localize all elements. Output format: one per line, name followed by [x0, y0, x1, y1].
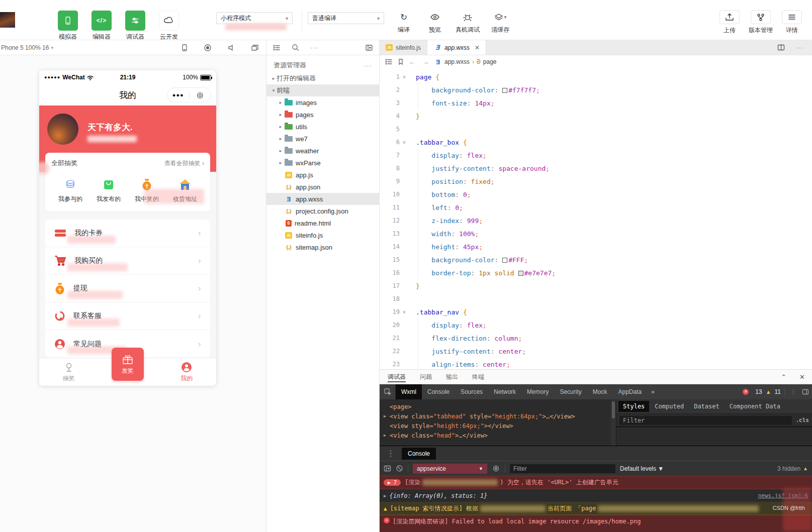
- refresh-action-button[interactable]: ↻ 编译: [393, 11, 414, 34]
- split-editor-icon[interactable]: [777, 44, 785, 51]
- color-swatch[interactable]: [502, 88, 507, 93]
- tab-person[interactable]: 我的: [157, 358, 216, 386]
- console-error-row[interactable]: ▶ 7[渲染) 为空，请先在 '<URL>' 上创建广告单元: [380, 476, 812, 489]
- devtools-tab-Network[interactable]: Network: [488, 384, 521, 399]
- fold-icon[interactable]: ∨: [400, 74, 409, 79]
- styles-tab-Styles[interactable]: Styles: [618, 401, 649, 412]
- devtools-tab-AppData[interactable]: AppData: [612, 384, 647, 399]
- console-error-row[interactable]: ✕ [渲染层网络层错误] Failed to load local image …: [380, 515, 812, 532]
- console-log-row[interactable]: ▶ {info: Array(0), status: 1} news.js? […: [380, 489, 812, 502]
- view-all-lottery-link[interactable]: 查看全部抽奖 ›: [164, 159, 204, 168]
- menu-row-3[interactable]: 联系客服 ›: [45, 302, 210, 330]
- devtools-tab-Wxml[interactable]: Wxml: [396, 384, 422, 399]
- scrollbar[interactable]: [611, 399, 616, 446]
- kebab-menu-icon[interactable]: ⋮: [788, 388, 798, 395]
- lottery-shortcut-pouch[interactable]: 我中奖的: [128, 176, 166, 203]
- branch-toolbar-button[interactable]: 版本管理: [749, 10, 773, 35]
- mute-icon[interactable]: [227, 44, 235, 52]
- compile-select[interactable]: 普通编译 ▾: [308, 12, 384, 24]
- source-link[interactable]: news.js? [sm]:6: [758, 492, 808, 499]
- tree-item-utils[interactable]: ▸ utils: [266, 121, 379, 133]
- execution-context-select[interactable]: appservice ▼: [413, 464, 487, 474]
- upload-toolbar-button[interactable]: 上传: [719, 10, 740, 35]
- breadcrumb[interactable]: Ǝ app.wxss › ᘒ page: [434, 58, 496, 66]
- forward-icon[interactable]: →: [422, 58, 429, 66]
- expand-arrow-icon[interactable]: ▶: [384, 493, 386, 498]
- devtools-tab-Security[interactable]: Security: [554, 384, 587, 399]
- tree-item-project.config.json[interactable]: {..}project.config.json: [266, 205, 379, 217]
- search-icon[interactable]: [292, 44, 299, 51]
- wxml-tree[interactable]: <page> ▶ <view class="tabhead" style="he…: [380, 399, 611, 446]
- more-menu-button[interactable]: ●●●: [167, 92, 189, 98]
- bookmark-icon[interactable]: [398, 58, 404, 65]
- error-count[interactable]: 13: [755, 388, 762, 395]
- code-editor[interactable]: 1 ∨ page { 2 background-color: #f7f7f7; …: [380, 68, 812, 369]
- color-swatch[interactable]: [518, 271, 523, 276]
- tree-item-siteinfo.js[interactable]: JSsiteinfo.js: [266, 229, 379, 241]
- close-icon[interactable]: ✕: [475, 44, 480, 51]
- tab-gift[interactable]: 发奖: [112, 348, 144, 381]
- menu-row-0[interactable]: 我的卡券 ›: [45, 220, 210, 247]
- record-icon[interactable]: [204, 44, 212, 52]
- wxml-node[interactable]: ▶ <view class="tabhead" style="height:64…: [384, 411, 610, 421]
- tree-item-weather[interactable]: ▸ weather: [266, 145, 379, 157]
- toggle-sliders-button[interactable]: 调试器: [122, 11, 149, 41]
- tree-item-we7[interactable]: ▸ we7: [266, 133, 379, 145]
- layers-action-button[interactable]: ▾ 清缓存: [490, 11, 511, 34]
- tree-item-wxParse[interactable]: ▸ wxParse: [266, 157, 379, 169]
- tab-pin[interactable]: 抽奖: [39, 358, 98, 386]
- drawer-tab-调试器[interactable]: 调试器: [388, 370, 406, 384]
- warning-count[interactable]: 11: [775, 388, 781, 395]
- wxml-node[interactable]: <page>: [384, 402, 610, 411]
- profile-avatar[interactable]: [47, 114, 78, 145]
- expand-arrow-icon[interactable]: ▶: [384, 433, 390, 438]
- inspect-element-icon[interactable]: [380, 384, 396, 399]
- close-minipro-button[interactable]: ◎: [190, 90, 211, 99]
- console-warning-row[interactable]: ▲[sitemap 索引情况提示] 根据当前页面 「page: [380, 502, 812, 515]
- explorer-more-button[interactable]: ···: [364, 62, 372, 69]
- drawer-tab-终端[interactable]: 终端: [472, 370, 484, 384]
- wxml-node[interactable]: ▶ <view class="head">…</view>: [384, 431, 610, 440]
- multi-window-icon[interactable]: [251, 44, 259, 52]
- eye-action-button[interactable]: 预览: [424, 11, 445, 34]
- menu-toolbar-button[interactable]: 详情: [782, 10, 802, 35]
- tree-item-app.js[interactable]: JSapp.js: [266, 169, 379, 181]
- devtools-tab-Memory[interactable]: Memory: [521, 384, 554, 399]
- devtools-tab-Mock[interactable]: Mock: [587, 384, 613, 399]
- kebab-menu-icon[interactable]: ⋮: [385, 449, 397, 458]
- outline-icon[interactable]: [385, 58, 393, 65]
- tree-item-readme.html[interactable]: 5readme.html: [266, 217, 379, 229]
- tree-item-pages[interactable]: ▸ pages: [266, 109, 379, 121]
- log-levels-select[interactable]: Default levels ▼: [620, 465, 664, 472]
- styles-tab-Computed[interactable]: Computed: [650, 401, 688, 412]
- expand-arrow-icon[interactable]: ▶: [384, 414, 390, 418]
- toggle-simulator-button[interactable]: 模拟器: [54, 11, 81, 41]
- color-swatch[interactable]: [502, 258, 507, 263]
- tree-item-前端[interactable]: ▾ 前端: [266, 84, 379, 96]
- live-expression-icon[interactable]: [492, 465, 500, 472]
- menu-row-1[interactable]: 我购买的 ›: [45, 247, 210, 275]
- collapse-panel-icon[interactable]: ⌃: [781, 373, 786, 381]
- devtools-tab-Sources[interactable]: Sources: [455, 384, 488, 399]
- tree-item-app.wxss[interactable]: Ǝapp.wxss: [266, 193, 379, 205]
- fold-icon[interactable]: ∨: [400, 309, 409, 314]
- clear-console-icon[interactable]: [396, 465, 403, 472]
- styles-tab-Component Data[interactable]: Component Data: [725, 401, 785, 412]
- toggle-code-button[interactable]: </> 编辑器: [88, 11, 115, 41]
- console-sidebar-icon[interactable]: [384, 465, 391, 472]
- close-panel-icon[interactable]: ✕: [799, 373, 805, 381]
- styles-filter-input[interactable]: Filter: [619, 416, 792, 425]
- console-drawer-tab[interactable]: Console: [402, 448, 436, 460]
- tree-item-images[interactable]: ▸ images: [266, 96, 379, 109]
- bug-action-button[interactable]: 真机调试: [456, 11, 480, 34]
- mode-select[interactable]: 小程序模式 ▾: [216, 12, 293, 24]
- back-icon[interactable]: ←: [409, 58, 415, 66]
- more-icon[interactable]: ···: [310, 44, 318, 51]
- toggle-cloud-button[interactable]: 云开发: [155, 11, 183, 41]
- toggle-class-button[interactable]: .cls: [796, 417, 809, 423]
- tree-item-app.json[interactable]: {..}app.json: [266, 181, 379, 193]
- lottery-shortcut-bag[interactable]: 我发布的: [89, 176, 128, 203]
- editor-tab-siteinfo.js[interactable]: JSsiteinfo.js: [380, 40, 427, 55]
- more-tabs-button[interactable]: »: [647, 388, 659, 395]
- hidden-count-label[interactable]: 3 hidden: [777, 465, 800, 472]
